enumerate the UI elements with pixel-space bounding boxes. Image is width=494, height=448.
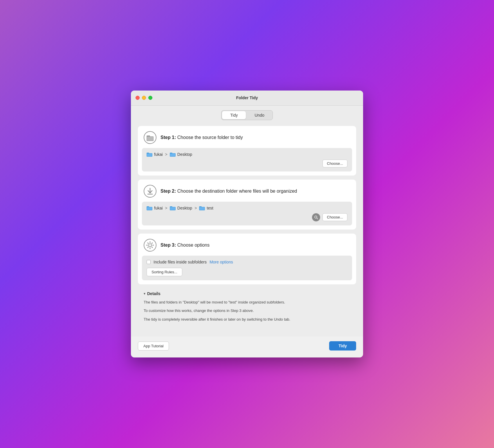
- svg-rect-6: [147, 153, 152, 156]
- sorting-rules-button[interactable]: Sorting Rules...: [147, 268, 182, 276]
- app-window: Folder Tidy Tidy Undo: [131, 91, 363, 358]
- step1-section: Step 1: Choose the source folder to tidy…: [138, 126, 356, 176]
- close-button[interactable]: [136, 96, 140, 100]
- search-icon[interactable]: [312, 213, 320, 221]
- svg-line-32: [152, 243, 152, 243]
- step3-header: Step 3: Choose options: [138, 234, 356, 256]
- step2-folder1: Desktop: [177, 206, 192, 210]
- step1-body: fukai > Desktop Choose...: [142, 148, 352, 171]
- step2-body: fukai > Desktop > test: [142, 202, 352, 225]
- svg-rect-15: [147, 207, 152, 210]
- svg-line-33: [148, 247, 148, 248]
- svg-line-31: [152, 247, 152, 248]
- step3-title: Step 3: Choose options: [161, 243, 210, 248]
- details-section: ▾ Details The files and folders in "Desk…: [138, 288, 356, 330]
- svg-line-23: [317, 218, 318, 219]
- main-content: Tidy Undo Step 1: Choose the: [131, 106, 363, 337]
- step1-user: fukai: [154, 152, 163, 157]
- step2-path: fukai > Desktop > test: [147, 206, 347, 210]
- step2-header: Step 2: Choose the destination folder wh…: [138, 180, 356, 202]
- step1-header: Step 1: Choose the source folder to tidy: [138, 126, 356, 148]
- svg-rect-18: [170, 207, 175, 210]
- tab-undo[interactable]: Undo: [246, 111, 272, 120]
- titlebar: Folder Tidy: [131, 91, 363, 106]
- include-subfolders-checkbox[interactable]: [147, 260, 151, 264]
- step1-choose-row: Choose...: [147, 160, 347, 167]
- step2-section: Step 2: Choose the destination folder wh…: [138, 180, 356, 230]
- test-folder-icon-s2: [199, 206, 205, 210]
- user-folder-icon: [147, 152, 152, 157]
- svg-rect-9: [170, 153, 175, 156]
- tab-bar: Tidy Undo: [138, 110, 356, 120]
- svg-rect-3: [147, 137, 153, 141]
- svg-point-24: [144, 239, 156, 251]
- step2-choose-button[interactable]: Choose...: [322, 213, 347, 221]
- svg-line-30: [148, 243, 148, 243]
- user-folder-icon-s2: [147, 206, 152, 210]
- window-controls: [136, 96, 152, 100]
- desktop-folder-icon-s2: [170, 206, 176, 210]
- step3-section: Step 3: Choose options Include files ins…: [138, 234, 356, 284]
- svg-point-25: [149, 244, 152, 247]
- step2-sep1: >: [165, 206, 167, 210]
- details-para1: The files and folders in "Desktop" will …: [144, 299, 350, 305]
- step2-folder2: test: [207, 206, 213, 210]
- step2-icon: [144, 185, 156, 198]
- desktop-folder-icon-s1: [170, 152, 176, 157]
- step1-folder: Desktop: [177, 152, 192, 157]
- more-options-link[interactable]: More options: [210, 260, 233, 264]
- app-tutorial-button[interactable]: App Tutorial: [138, 342, 169, 351]
- step3-icon: [144, 239, 156, 252]
- svg-point-22: [315, 216, 317, 218]
- details-para3: The tidy is completely reversible after …: [144, 317, 350, 322]
- details-title: Details: [147, 291, 161, 296]
- step1-choose-button[interactable]: Choose...: [322, 160, 347, 167]
- step1-sep1: >: [165, 152, 167, 157]
- step2-title: Step 2: Choose the destination folder wh…: [161, 189, 297, 194]
- tab-tidy[interactable]: Tidy: [222, 111, 246, 119]
- step2-user: fukai: [154, 206, 163, 210]
- step3-options-body: Include files inside subfolders More opt…: [142, 256, 352, 280]
- checkbox-label: Include files inside subfolders: [154, 260, 207, 264]
- maximize-button[interactable]: [148, 96, 152, 100]
- minimize-button[interactable]: [142, 96, 146, 100]
- window-title: Folder Tidy: [236, 95, 258, 100]
- footer: App Tutorial Tidy: [131, 337, 363, 357]
- checkbox-row: Include files inside subfolders More opt…: [147, 260, 347, 264]
- tidy-button[interactable]: Tidy: [329, 341, 356, 351]
- details-para2: To customize how this works, change the …: [144, 308, 350, 314]
- details-header[interactable]: ▾ Details: [144, 291, 350, 296]
- tab-group: Tidy Undo: [221, 110, 273, 120]
- step1-path: fukai > Desktop: [147, 152, 347, 157]
- step2-sep2: >: [194, 206, 197, 210]
- svg-rect-21: [199, 207, 205, 210]
- step1-title: Step 1: Choose the source folder to tidy: [161, 135, 243, 140]
- step2-choose-row: Choose...: [147, 213, 347, 221]
- chevron-down-icon: ▾: [144, 292, 145, 296]
- step1-icon: [144, 131, 156, 144]
